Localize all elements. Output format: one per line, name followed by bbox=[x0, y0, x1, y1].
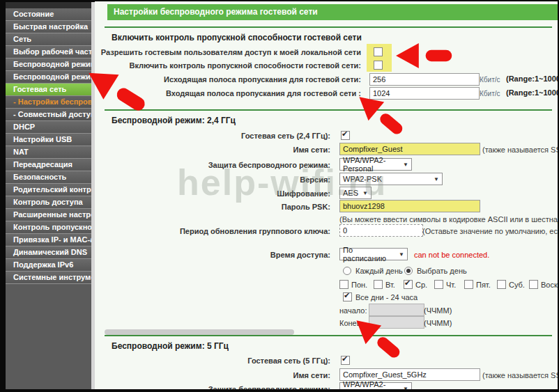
sidebar-item-parental[interactable]: Родительский контроль bbox=[6, 184, 91, 196]
day-mon-checkbox[interactable] bbox=[339, 280, 349, 289]
ingress-input[interactable] bbox=[369, 87, 480, 100]
access-warning-text: can not be connected. bbox=[414, 251, 489, 259]
all-day-label: Все дни - 24 часа bbox=[355, 293, 418, 301]
sidebar-item-usb[interactable]: Настройки USB bbox=[6, 134, 91, 146]
sidebar-item-guest-network[interactable]: Гостевая сеть bbox=[6, 84, 91, 96]
rekey-label: Период обновления группового ключа: bbox=[180, 227, 330, 235]
page-title: Настройки беспроводного режима гостевой … bbox=[107, 4, 558, 20]
sidebar-item-access-control[interactable]: Контроль доступа bbox=[6, 196, 91, 209]
encryption-24-label: Шифрование: bbox=[277, 189, 330, 198]
scrollbar-artifact bbox=[105, 329, 294, 335]
allow-lan-label: Разрешить гостевым пользователям доступ … bbox=[101, 48, 361, 56]
all-day-checkbox[interactable] bbox=[343, 292, 352, 301]
section-separator bbox=[105, 109, 552, 111]
day-tue-checkbox[interactable] bbox=[374, 280, 383, 289]
day-fri-label: Пят. bbox=[476, 281, 491, 289]
sidebar-item-dhcp[interactable]: DHCP bbox=[6, 121, 91, 134]
version-24-label: Версия: bbox=[300, 175, 330, 184]
egress-input[interactable] bbox=[369, 73, 480, 86]
egress-unit: Кбит/с bbox=[480, 76, 500, 84]
sidebar-item-ipv6[interactable]: Поддержка IPv6 bbox=[6, 259, 91, 272]
day-wed-checkbox[interactable] bbox=[404, 280, 413, 289]
version-24-select[interactable]: WPA2-PSK▼ bbox=[339, 173, 443, 185]
day-thu-checkbox[interactable] bbox=[434, 280, 443, 289]
chevron-down-icon: ▼ bbox=[399, 251, 404, 258]
encryption-24-value: AES bbox=[343, 189, 358, 197]
sidebar-item-advanced-routing[interactable]: Расширенные настройки м bbox=[6, 209, 91, 221]
main-content: Настройки беспроводного режима гостевой … bbox=[95, 1, 558, 389]
sidebar-item-guest-sharing[interactable]: - Совместный доступ к уст bbox=[6, 109, 91, 121]
sidebar-item-network[interactable]: Сеть bbox=[6, 33, 91, 46]
start-time-input[interactable] bbox=[369, 304, 424, 316]
security-5-select[interactable]: WPA/WPA2-Personal▼ bbox=[339, 382, 412, 389]
every-day-label: Каждый день bbox=[355, 267, 403, 275]
sidebar-top-edge bbox=[6, 2, 91, 8]
egress-label: Исходящая полоса пропускания для гостево… bbox=[164, 75, 361, 84]
ssid-24-input[interactable] bbox=[339, 143, 480, 155]
start-time-label: начало: bbox=[339, 306, 367, 315]
end-time-label: Конец: bbox=[339, 319, 363, 327]
sidebar-item-quick-setup[interactable]: Быстрая настройка bbox=[6, 21, 91, 33]
guest-24-checkbox[interactable] bbox=[341, 131, 350, 140]
ingress-range-note: (Range:1~10000) bbox=[506, 88, 558, 97]
end-time-input[interactable] bbox=[369, 316, 424, 329]
sidebar-item-forwarding[interactable]: Переадресация bbox=[6, 159, 91, 171]
access-time-label: Время доступа: bbox=[270, 251, 330, 259]
security-5-value: WPA/WPA2-Personal bbox=[343, 380, 399, 389]
section-separator bbox=[105, 335, 552, 336]
sidebar-item-guest-wireless-settings[interactable]: - Настройки беспроводног bbox=[6, 96, 91, 109]
psk-24-input[interactable] bbox=[339, 200, 480, 212]
sidebar-menu: Состояние Быстрая настройка Сеть Выбор р… bbox=[6, 2, 91, 389]
day-sun-label: Воскр. bbox=[541, 281, 558, 289]
day-fri-checkbox[interactable] bbox=[464, 280, 473, 289]
ssid-5-note: (также называется SSID) bbox=[482, 371, 558, 379]
sidebar-item-wireless-24[interactable]: Беспроводной режим - 2,4 bbox=[6, 58, 91, 71]
egress-range-note: (Range:1~10000) bbox=[506, 75, 558, 83]
wifi5-section-heading: Беспроводной режим: 5 ГГц bbox=[112, 341, 229, 351]
day-sun-checkbox[interactable] bbox=[529, 280, 538, 289]
day-wed-label: Ср. bbox=[415, 281, 427, 289]
ssid-5-input[interactable] bbox=[339, 368, 480, 381]
router-admin-window: Состояние Быстрая настройка Сеть Выбор р… bbox=[0, 0, 559, 392]
sidebar-item-ddns[interactable]: Динамический DNS bbox=[6, 246, 91, 259]
every-day-radio[interactable] bbox=[343, 267, 351, 275]
chevron-down-icon: ▼ bbox=[403, 386, 408, 390]
chevron-down-icon: ▼ bbox=[403, 162, 408, 168]
sidebar-item-frequency[interactable]: Выбор рабочей частоты bbox=[6, 46, 91, 58]
sidebar-item-ip-mac-binding[interactable]: Привязка IP- и MAC-адрес bbox=[6, 234, 91, 246]
sidebar-item-security[interactable]: Безопасность bbox=[6, 171, 91, 184]
sidebar-item-status[interactable]: Состояние bbox=[6, 8, 91, 21]
guest-5-checkbox[interactable] bbox=[341, 356, 350, 365]
day-sat-label: Суб. bbox=[509, 281, 525, 289]
day-tue-label: Вт. bbox=[385, 281, 395, 289]
access-time-select[interactable]: По расписанию▼ bbox=[339, 248, 408, 260]
sidebar-item-wireless-5[interactable]: Беспроводной режим - 5 Г bbox=[6, 71, 91, 84]
ssid-5-label: Имя сети: bbox=[293, 371, 330, 379]
day-sat-checkbox[interactable] bbox=[497, 280, 506, 289]
day-mon-label: Пон. bbox=[351, 281, 367, 289]
sidebar-item-bandwidth-control[interactable]: Контроль пропускной спо bbox=[6, 221, 91, 234]
ingress-label: Входящая полоса пропускания для гостевой… bbox=[166, 89, 361, 97]
encryption-24-select[interactable]: AES▼ bbox=[339, 187, 372, 199]
rekey-input[interactable] bbox=[339, 224, 423, 237]
sidebar-item-system-tools[interactable]: Системные инструменты bbox=[6, 272, 91, 284]
security-24-label: Защита беспроводного режима: bbox=[208, 161, 330, 169]
chevron-down-icon: ▼ bbox=[362, 190, 368, 196]
start-time-format: (ЧЧММ) bbox=[424, 306, 452, 315]
end-time-format: (ЧЧММ) bbox=[424, 319, 452, 327]
rekey-note: (Оставьте значение по умолчанию, если вы… bbox=[422, 227, 558, 235]
psk-24-note: (Вы можете ввести символы в кодировке AS… bbox=[339, 215, 558, 224]
bandwidth-section-heading: Включить контроль пропускной способности… bbox=[112, 33, 362, 42]
security-5-label: Защита беспроводного режима: bbox=[208, 385, 330, 389]
select-day-radio[interactable] bbox=[404, 267, 413, 275]
enable-bandwidth-label: Включить контроль пропускной способности… bbox=[129, 61, 361, 70]
section-separator bbox=[105, 26, 552, 28]
sidebar-item-nat[interactable]: NAT bbox=[6, 146, 91, 159]
enable-bandwidth-checkbox[interactable] bbox=[374, 61, 383, 70]
ssid-24-label: Имя сети: bbox=[293, 146, 330, 154]
chevron-down-icon: ▼ bbox=[434, 176, 439, 182]
allow-lan-checkbox[interactable] bbox=[374, 47, 383, 56]
wifi24-section-heading: Беспроводной режим: 2,4 ГГц bbox=[112, 116, 236, 125]
security-24-select[interactable]: WPA/WPA2-Personal▼ bbox=[339, 158, 412, 171]
guest-24-label: Гостевая сеть (2,4 ГГц): bbox=[241, 132, 330, 140]
